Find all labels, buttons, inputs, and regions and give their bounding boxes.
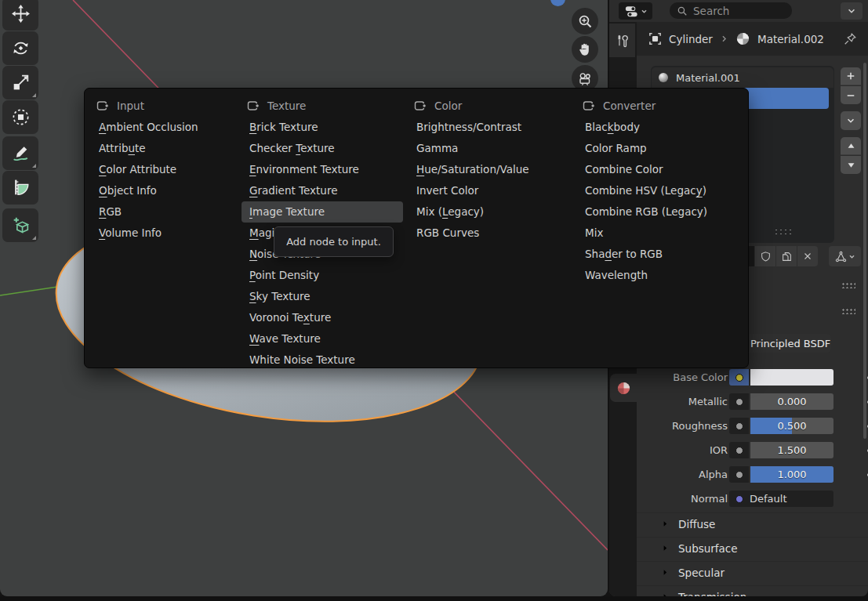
- unlink-material-button[interactable]: [797, 246, 818, 266]
- scrollbar[interactable]: [863, 63, 866, 439]
- subpanel-specular[interactable]: >Specular: [637, 561, 868, 583]
- measure-tool-button[interactable]: [2, 171, 38, 205]
- transform-tool-button[interactable]: [2, 100, 38, 134]
- menu-item-volume-info[interactable]: Volume Info: [91, 223, 237, 244]
- slider-value: 0.500: [750, 418, 833, 434]
- input-socket-button[interactable]: [729, 442, 749, 458]
- rotate-tool-button[interactable]: [2, 31, 38, 65]
- menu-item-voronoi-texture[interactable]: Voronoi Texture: [242, 307, 403, 328]
- subpanel-subsurface[interactable]: >Subsurface: [637, 537, 868, 559]
- value-slider[interactable]: 0.000: [750, 393, 833, 410]
- add-cube-tool-button[interactable]: [2, 208, 38, 242]
- editor-type-button[interactable]: [619, 2, 652, 20]
- subpanel-diffuse[interactable]: >Diffuse: [637, 512, 868, 534]
- breadcrumb-material[interactable]: Material.002: [757, 22, 824, 56]
- menu-column-header: >Converter: [577, 94, 745, 117]
- menu-item-wave-texture[interactable]: Wave Texture: [242, 328, 403, 349]
- scale-tool-button[interactable]: [2, 66, 38, 100]
- menu-item-gradient-texture[interactable]: Gradient Texture: [242, 180, 403, 201]
- menu-item-mix-legacy-[interactable]: Mix (Legacy): [409, 201, 572, 223]
- input-label: Base Color: [641, 369, 728, 386]
- panel-drag-grip[interactable]: [841, 282, 855, 288]
- subpanel-transmission[interactable]: >Transmission: [637, 585, 868, 596]
- value-slider[interactable]: 0.500: [750, 418, 833, 434]
- tab-tool[interactable]: [609, 24, 635, 57]
- menu-item-rgb-curves[interactable]: RGB Curves: [409, 223, 572, 244]
- tooltip-text: Add node to input.: [286, 236, 381, 248]
- input-socket-button[interactable]: [729, 418, 749, 434]
- menu-item-blackbody[interactable]: Blackbody: [577, 117, 745, 138]
- node-icon: >: [96, 100, 109, 112]
- menu-item-point-density[interactable]: Point Density: [242, 265, 403, 286]
- input-socket-button[interactable]: [729, 393, 749, 410]
- move-tool-button[interactable]: [2, 0, 38, 31]
- move-tool: [10, 3, 31, 24]
- menu-column-header: >Texture: [242, 94, 403, 117]
- menu-item-invert-color[interactable]: Invert Color: [409, 180, 572, 201]
- menu-item-mix[interactable]: Mix: [577, 223, 745, 244]
- add-cube-tool: [10, 215, 31, 236]
- search-input[interactable]: [693, 5, 779, 17]
- menu-item-shader-to-rgb[interactable]: Shader to RGB: [577, 244, 745, 265]
- menu-item-hue-saturation-value[interactable]: Hue/Saturation/Value: [409, 159, 572, 180]
- menu-item-object-info[interactable]: Object Info: [91, 180, 237, 201]
- input-socket-button[interactable]: [729, 369, 749, 386]
- menu-item-gamma[interactable]: Gamma: [409, 138, 572, 159]
- menu-item-color-ramp[interactable]: Color Ramp: [577, 138, 745, 159]
- menu-item-brick-texture[interactable]: Brick Texture: [242, 117, 403, 138]
- zoom-icon: [577, 13, 594, 30]
- menu-item-attribute[interactable]: Attribute: [91, 138, 237, 159]
- menu-item-ambient-occlusion[interactable]: Ambient Occlusion: [91, 117, 237, 138]
- zoom-gizmo[interactable]: [572, 8, 598, 34]
- measure-tool: [10, 177, 31, 198]
- menu-item-rgb[interactable]: RGB: [91, 201, 237, 223]
- slot-specials-button[interactable]: [841, 111, 861, 130]
- object-icon: [648, 22, 663, 56]
- menu-item-combine-rgb-legacy-[interactable]: Combine RGB (Legacy): [577, 201, 745, 223]
- list-resize-grip[interactable]: [774, 228, 794, 234]
- menu-item-environment-texture[interactable]: Environment Texture: [242, 159, 403, 180]
- transform-tool: [10, 107, 31, 128]
- material-slot-row[interactable]: Material.001: [652, 67, 833, 88]
- menu-item-wavelength[interactable]: Wavelength: [577, 265, 745, 286]
- menu-item-combine-color[interactable]: Combine Color: [577, 159, 745, 180]
- menu-item-white-noise-texture[interactable]: White Noise Texture: [242, 349, 403, 371]
- search-field[interactable]: [670, 2, 792, 19]
- tab-material[interactable]: [610, 374, 637, 402]
- material-link-dropdown[interactable]: [829, 246, 861, 266]
- move-slot-down-button[interactable]: [841, 156, 861, 174]
- chevron-right-icon: >: [660, 519, 670, 529]
- breadcrumb-object[interactable]: Cylinder: [669, 22, 713, 56]
- move-slot-up-button[interactable]: [841, 137, 861, 155]
- chevron-right-icon: >: [660, 567, 670, 577]
- color-swatch[interactable]: [750, 369, 833, 386]
- surface-shader-field[interactable]: Principled BSDF: [743, 334, 831, 353]
- normal-input-field[interactable]: Default: [729, 491, 833, 507]
- menu-item-brightness-contrast[interactable]: Brightness/Contrast: [409, 117, 572, 138]
- remove-slot-button[interactable]: [841, 86, 861, 104]
- input-label: IOR: [641, 442, 728, 458]
- input-socket-button[interactable]: [729, 466, 749, 483]
- flyout-indicator: [32, 93, 36, 97]
- menu-item-image-texture[interactable]: Image Texture: [242, 201, 403, 223]
- menu-item-sky-texture[interactable]: Sky Texture: [242, 286, 403, 307]
- menu-column-title: Color: [434, 100, 462, 112]
- menu-item-color-attribute[interactable]: Color Attribute: [91, 159, 237, 180]
- pin-icon[interactable]: [843, 22, 857, 56]
- value-slider[interactable]: 1.500: [750, 442, 833, 458]
- pan-hand-gizmo[interactable]: [572, 36, 598, 63]
- add-slot-button[interactable]: [841, 67, 861, 85]
- fake-user-button[interactable]: [755, 246, 775, 266]
- menu-item-combine-hsv-legacy-[interactable]: Combine HSV (Legacy): [577, 180, 745, 201]
- annotate-tool-button[interactable]: [2, 136, 38, 170]
- header-menu-button[interactable]: [841, 2, 863, 20]
- add-node-menu: >InputAmbient OcclusionAttributeColor At…: [84, 88, 749, 368]
- value-slider[interactable]: 1.000: [750, 466, 833, 483]
- tool-icon: [615, 33, 630, 49]
- input-value: Default: [750, 493, 787, 505]
- node-icon: >: [414, 100, 427, 112]
- panel-drag-grip[interactable]: [841, 308, 855, 314]
- menu-item-checker-texture[interactable]: Checker Texture: [242, 138, 403, 159]
- new-material-button[interactable]: [775, 246, 797, 266]
- subpanel-title: Diffuse: [678, 518, 715, 530]
